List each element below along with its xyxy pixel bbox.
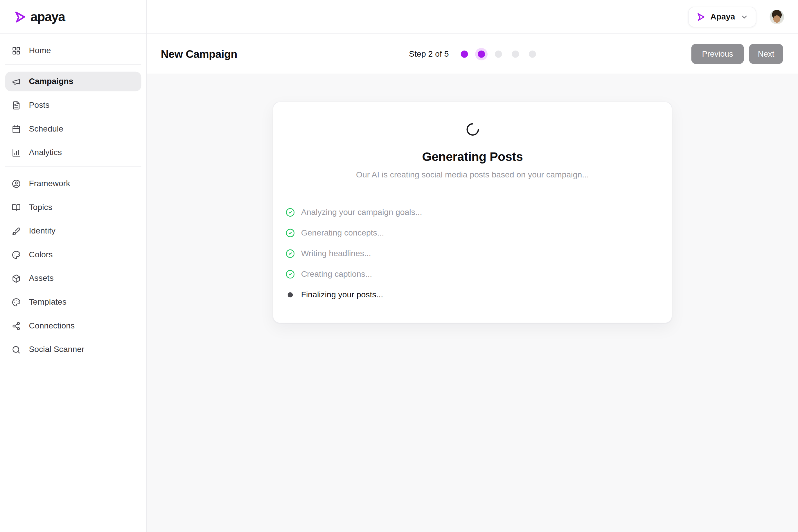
sidebar-item-label: Topics — [29, 203, 52, 212]
package-icon — [12, 274, 21, 283]
step-dot-2 — [478, 50, 485, 57]
calendar-icon — [12, 125, 21, 133]
card-title: Generating Posts — [285, 150, 659, 164]
task-label: Analyzing your campaign goals... — [301, 208, 422, 217]
book-open-icon — [12, 203, 21, 212]
megaphone-icon — [12, 77, 21, 86]
step-label: Step 2 of 5 — [409, 50, 449, 59]
sidebar-item-label: Framework — [29, 179, 70, 188]
circle-user-icon — [12, 179, 21, 188]
search-icon — [12, 345, 21, 354]
sidebar-item-label: Identity — [29, 226, 55, 235]
circle-check-icon — [285, 269, 295, 279]
header-actions: Previous Next — [691, 44, 783, 64]
sidebar-item-connections[interactable]: Connections — [5, 316, 141, 336]
workspace-name: Apaya — [710, 12, 735, 21]
sidebar-item-label: Templates — [29, 297, 66, 307]
main-column: Apaya New Campaign Step 2 of 5 Previous … — [147, 0, 798, 532]
circle-check-icon — [285, 208, 295, 217]
circle-check-icon — [285, 228, 295, 238]
logo-arrow-icon — [696, 12, 705, 21]
topbar: Apaya — [147, 0, 798, 34]
previous-button[interactable]: Previous — [691, 44, 744, 64]
sidebar: apaya HomeCampaignsPostsScheduleAnalytic… — [0, 0, 147, 532]
active-task-bullet-icon — [288, 292, 293, 298]
page-title: New Campaign — [161, 48, 237, 60]
task-creating-captions: Creating captions... — [285, 264, 659, 285]
generating-posts-card: Generating Posts Our AI is creating soci… — [273, 102, 672, 323]
palette-icon — [12, 250, 21, 259]
chart-column-icon — [12, 148, 21, 157]
sidebar-item-framework[interactable]: Framework — [5, 174, 141, 193]
sidebar-nav: HomeCampaignsPostsScheduleAnalyticsFrame… — [0, 34, 146, 370]
task-writing-headlines: Writing headlines... — [285, 243, 659, 264]
task-generating-concepts: Generating concepts... — [285, 223, 659, 243]
logo-arrow-icon — [13, 10, 26, 23]
card-subtitle: Our AI is creating social media posts ba… — [285, 170, 659, 179]
task-label: Creating captions... — [301, 269, 372, 279]
sidebar-item-topics[interactable]: Topics — [5, 197, 141, 217]
spinner-icon — [466, 122, 479, 136]
sidebar-item-home[interactable]: Home — [5, 41, 141, 60]
sidebar-item-schedule[interactable]: Schedule — [5, 119, 141, 138]
task-label: Writing headlines... — [301, 249, 371, 258]
task-finalizing-your-posts: Finalizing your posts... — [285, 285, 659, 305]
app-root: apaya HomeCampaignsPostsScheduleAnalytic… — [0, 0, 798, 532]
step-indicator: Step 2 of 5 — [409, 50, 536, 59]
sidebar-item-posts[interactable]: Posts — [5, 95, 141, 115]
task-label: Generating concepts... — [301, 228, 384, 238]
sidebar-item-label: Campaigns — [29, 77, 73, 86]
step-dot-4 — [512, 50, 519, 57]
palette-icon — [12, 298, 21, 306]
step-dot-1 — [460, 50, 468, 57]
sidebar-item-label: Schedule — [29, 124, 63, 134]
sidebar-item-colors[interactable]: Colors — [5, 245, 141, 264]
logo-text: apaya — [31, 9, 65, 24]
sidebar-item-assets[interactable]: Assets — [5, 269, 141, 288]
file-text-icon — [12, 101, 21, 110]
page-header: New Campaign Step 2 of 5 Previous Next — [147, 34, 798, 74]
sidebar-divider — [5, 166, 141, 167]
step-dots — [460, 50, 536, 57]
sidebar-item-label: Analytics — [29, 148, 62, 157]
step-dot-3 — [495, 50, 502, 57]
sidebar-item-analytics[interactable]: Analytics — [5, 143, 141, 162]
chevron-down-icon — [740, 13, 748, 21]
layout-grid-icon — [12, 46, 21, 55]
sidebar-item-label: Posts — [29, 100, 50, 110]
sidebar-item-label: Assets — [29, 274, 53, 283]
sidebar-item-social-scanner[interactable]: Social Scanner — [5, 340, 141, 359]
content-area: Generating Posts Our AI is creating soci… — [147, 74, 798, 532]
sidebar-divider — [5, 64, 141, 65]
share-icon — [12, 321, 21, 330]
task-list: Analyzing your campaign goals...Generati… — [285, 202, 659, 305]
sidebar-item-templates[interactable]: Templates — [5, 292, 141, 312]
paintbrush-icon — [12, 227, 21, 235]
next-button[interactable]: Next — [749, 44, 783, 64]
step-dot-5 — [529, 50, 536, 57]
sidebar-item-identity[interactable]: Identity — [5, 221, 141, 241]
sidebar-item-campaigns[interactable]: Campaigns — [5, 72, 141, 91]
brand-logo: apaya — [0, 0, 146, 34]
circle-check-icon — [285, 249, 295, 258]
sidebar-item-label: Home — [29, 46, 51, 55]
workspace-switcher[interactable]: Apaya — [688, 6, 756, 27]
task-analyzing-your-campaign-goals: Analyzing your campaign goals... — [285, 202, 659, 223]
user-avatar[interactable] — [770, 10, 784, 24]
task-label: Finalizing your posts... — [301, 290, 383, 299]
sidebar-item-label: Connections — [29, 321, 75, 330]
sidebar-item-label: Social Scanner — [29, 345, 84, 354]
sidebar-item-label: Colors — [29, 250, 53, 259]
